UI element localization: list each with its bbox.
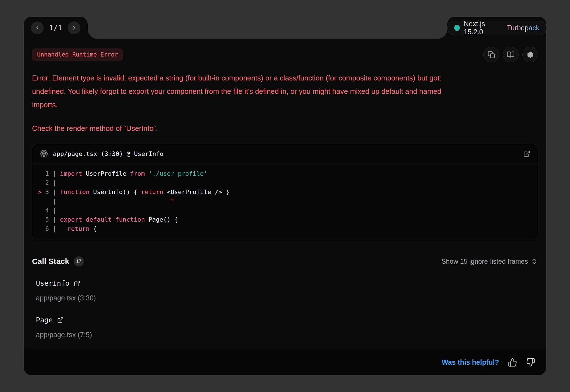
frame-open-in-editor-button[interactable] — [74, 280, 80, 287]
copy-error-button[interactable] — [483, 47, 499, 62]
dialog-body: Unhandled Runtime Error — [24, 39, 546, 375]
code-line: 5 | export default function Page() { — [38, 215, 532, 224]
code-line-caret: | ^ — [38, 197, 532, 206]
stack-frame-name: UserInfo — [36, 279, 69, 287]
error-message-line: imports. — [32, 98, 538, 111]
thumbs-down-button[interactable] — [526, 358, 535, 367]
error-pagination: 1/1 — [24, 17, 88, 39]
dialog-tabs-row: 1/1 Next.js 15.2.0 Turbopack — [24, 17, 546, 39]
call-stack-header: Call Stack 17 Show 15 ignore-listed fram… — [32, 256, 538, 266]
stack-frame-name: Page — [36, 316, 53, 324]
error-type-badge: Unhandled Runtime Error — [32, 48, 123, 61]
code-frame: app/page.tsx (3:30) @ UserInfo 1 | impor… — [32, 144, 538, 240]
external-link-icon — [57, 317, 64, 324]
thumbs-up-button[interactable] — [508, 358, 517, 367]
nextjs-logo-icon — [454, 25, 460, 31]
call-stack-frames: UserInfo app/page.tsx (3:30) Page — [32, 279, 538, 339]
dialog-toolbar — [483, 47, 538, 62]
react-icon — [40, 149, 48, 158]
error-header-row: Unhandled Runtime Error — [32, 47, 538, 62]
error-overlay-page: 1/1 Next.js 15.2.0 Turbopack Unhandled R… — [0, 0, 570, 392]
book-open-icon — [507, 51, 515, 58]
hexagon-node-icon — [527, 51, 534, 58]
error-message-line: undefined. You likely forgot to export y… — [32, 85, 538, 98]
stack-frame: UserInfo app/page.tsx (3:30) — [36, 279, 538, 302]
previous-error-button[interactable] — [31, 21, 44, 34]
nextjs-version-badge[interactable]: Next.js 15.2.0 Turbopack — [447, 21, 546, 35]
code-line: 4 | — [38, 206, 532, 215]
error-message-line: Error: Element type is invalid: expected… — [32, 71, 538, 85]
chevrons-up-down-icon — [531, 258, 538, 265]
frame-open-in-editor-button[interactable] — [57, 317, 64, 324]
stack-frame-name-row: Page — [36, 316, 538, 324]
copy-icon — [488, 51, 495, 58]
error-message: Error: Element type is invalid: expected… — [32, 71, 538, 111]
runtime-button[interactable] — [522, 47, 538, 62]
code-frame-file-label: app/page.tsx (3:30) @ UserInfo — [53, 150, 519, 157]
stack-frame-location: app/page.tsx (7:5) — [36, 331, 538, 339]
show-ignored-frames-label: Show 15 ignore-listed frames — [441, 258, 528, 265]
thumbs-down-icon — [526, 358, 535, 367]
stack-frame-name-row: UserInfo — [36, 279, 538, 287]
error-hint: Check the render method of `UserInfo`. — [32, 124, 538, 133]
docs-button[interactable] — [503, 47, 519, 62]
next-error-button[interactable] — [68, 21, 80, 34]
external-link-icon — [74, 280, 80, 287]
code-block: 1 | import UserProfile from './user-prof… — [32, 163, 538, 240]
show-ignored-frames-toggle[interactable]: Show 15 ignore-listed frames — [441, 258, 538, 265]
thumbs-up-icon — [508, 358, 517, 367]
was-this-helpful-link[interactable]: Was this helpful? — [442, 358, 499, 366]
dialog-footer: Was this helpful? — [24, 349, 546, 375]
turbopack-label: Turbopack — [507, 24, 539, 32]
stack-frame-location: app/page.tsx (3:30) — [36, 294, 538, 302]
error-overlay-dialog: 1/1 Next.js 15.2.0 Turbopack Unhandled R… — [24, 17, 546, 375]
stack-frame: Page app/page.tsx (7:5) — [36, 316, 538, 339]
version-tab: Next.js 15.2.0 Turbopack — [447, 17, 546, 39]
nextjs-version-label: Next.js 15.2.0 — [464, 20, 503, 36]
code-line: 6 | return ( — [38, 224, 532, 233]
error-page-indicator: 1/1 — [49, 24, 62, 32]
code-frame-header: app/page.tsx (3:30) @ UserInfo — [32, 144, 538, 163]
call-stack-count-badge: 17 — [74, 256, 84, 266]
code-line: 2 | — [38, 178, 532, 187]
chevron-right-icon — [71, 25, 77, 31]
call-stack-title: Call Stack — [32, 257, 69, 266]
code-line-error: > 3 | function UserInfo() { return <User… — [38, 187, 532, 197]
open-in-editor-button[interactable] — [523, 150, 530, 157]
chevron-left-icon — [35, 25, 40, 31]
external-link-icon — [523, 150, 530, 157]
code-line: 1 | import UserProfile from './user-prof… — [38, 169, 532, 178]
